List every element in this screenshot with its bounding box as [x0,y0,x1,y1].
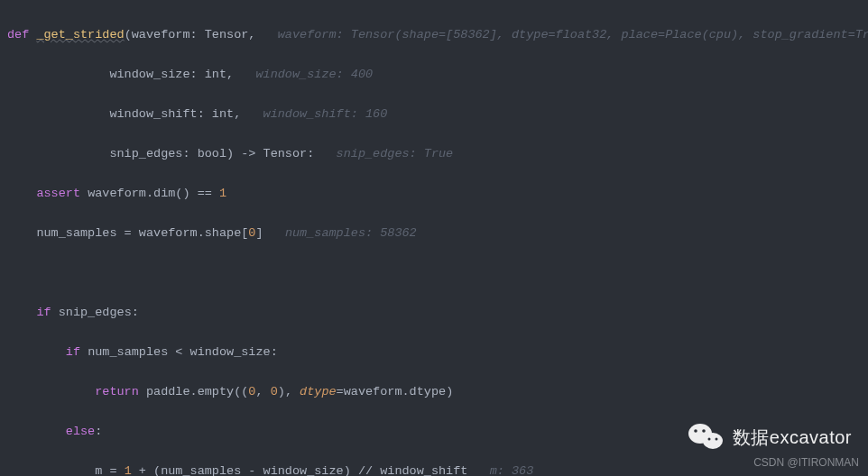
keyword-def: def [7,28,36,41]
code-line: window_shift: int, window_shift: 160 [7,105,868,124]
blank-line [7,263,868,283]
inline-hint: snip_edges: True [337,147,454,160]
inline-hint: num_samples: 58362 [285,226,417,240]
inline-hint: window_shift: 160 [263,107,388,121]
code-line: m = 1 + (num_samples - window_size) // w… [7,462,868,476]
inline-hint: waveform: Tensor(shape=[58362], dtype=fl… [278,28,868,41]
function-name: _get_strided [36,28,124,41]
code-line: if num_samples < window_size: [7,343,868,362]
keyword-if: if [36,306,58,319]
code-editor: def _get_strided(waveform: Tensor, wavef… [0,0,868,476]
code-line: snip_edges: bool) -> Tensor: snip_edges:… [7,144,868,164]
wechat-icon [688,422,724,453]
keyword-if: if [66,345,88,359]
code-line: if snip_edges: [7,303,868,323]
code-line: assert waveform.dim() == 1 [7,184,868,204]
svg-point-5 [715,438,717,441]
inline-hint: window_size: 400 [255,68,373,81]
keyword-return: return [95,385,146,398]
code-line: window_size: int, window_size: 400 [7,65,868,85]
svg-point-1 [703,433,723,449]
credit-text: CSDN @ITIRONMAN [753,453,859,472]
svg-point-2 [694,429,697,433]
svg-point-4 [707,438,710,441]
inline-hint: m: 363 [490,464,534,476]
code-line: return paddle.empty((0, 0), dtype=wavefo… [7,382,868,402]
watermark-overlay: 数据excavator [688,422,852,453]
svg-point-3 [702,429,706,433]
keyword-assert: assert [36,187,88,200]
keyword-else: else [66,425,95,438]
watermark-text: 数据excavator [733,427,852,447]
code-line: num_samples = waveform.shape[0] num_samp… [7,224,868,243]
code-line: def _get_strided(waveform: Tensor, wavef… [7,25,868,45]
